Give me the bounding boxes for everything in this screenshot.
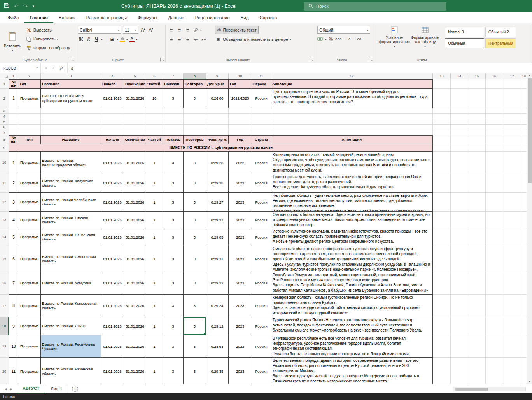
cell-annotation[interactable]: Историко-культурное наследие, развитая и… [271, 228, 433, 246]
column-header-16[interactable]: 16 [486, 73, 503, 79]
cell[interactable] [271, 114, 433, 119]
header-cell[interactable]: Год [229, 135, 252, 144]
cell[interactable] [101, 125, 124, 130]
cell-type[interactable]: Программа [18, 152, 41, 174]
cell[interactable] [206, 114, 229, 119]
cell[interactable] [451, 144, 468, 152]
cell-num[interactable]: 1 [9, 89, 18, 108]
cell-country[interactable]: Россия [252, 246, 271, 272]
cell-country[interactable]: Россия [252, 317, 271, 335]
cell[interactable] [468, 130, 486, 135]
cell[interactable] [9, 130, 18, 135]
cell-year[interactable]: 2022 [229, 335, 252, 358]
header-cell[interactable]: Название [41, 135, 101, 144]
cell-num[interactable]: 2 [9, 174, 18, 193]
cell-title[interactable]: ВМЕСТЕ ПО РОССИИ с субтитрами на русском… [41, 89, 101, 108]
cell[interactable] [521, 119, 527, 125]
cell[interactable] [184, 114, 206, 119]
tab-Вставка[interactable]: Вставка [53, 12, 81, 23]
cell[interactable] [521, 228, 527, 246]
cell-repeats[interactable]: 3 [184, 174, 206, 193]
cell-parts[interactable]: 16 [146, 89, 163, 108]
cell[interactable] [271, 130, 433, 135]
cell-end[interactable]: 31.01.2026 [124, 193, 146, 212]
cell[interactable] [521, 114, 527, 119]
cell[interactable] [433, 228, 451, 246]
cell[interactable] [503, 108, 521, 114]
cell[interactable] [163, 125, 184, 130]
cell-duration[interactable]: 0:29:35 [206, 358, 229, 384]
cell[interactable] [486, 79, 503, 89]
cell[interactable] [252, 119, 271, 125]
column-header-9[interactable]: 9 [206, 73, 229, 79]
cell[interactable] [503, 317, 521, 335]
cell-start[interactable]: 01.01.2026 [101, 335, 124, 358]
cell[interactable] [486, 125, 503, 130]
bold-button[interactable]: Ж [78, 37, 84, 42]
percent-style-button[interactable]: % [329, 37, 333, 42]
cell[interactable] [486, 272, 503, 295]
cell-num[interactable]: 7 [9, 272, 18, 295]
cell-type[interactable]: Программа [18, 228, 41, 246]
cell[interactable] [503, 79, 521, 89]
cell-num[interactable]: 8 [9, 295, 18, 317]
cell-duration[interactable]: 0:29:22 [206, 272, 229, 295]
column-header-13[interactable]: 13 [433, 73, 451, 79]
cell[interactable] [252, 130, 271, 135]
borders-icon[interactable]: ⊞ [109, 37, 116, 42]
cell[interactable] [41, 125, 101, 130]
cell[interactable] [433, 119, 451, 125]
cell-repeats[interactable]: 3 [184, 295, 206, 317]
cell-shows[interactable]: 3 [163, 193, 184, 212]
underline-button[interactable]: Ч [93, 37, 100, 42]
cell[interactable] [503, 125, 521, 130]
cell-start[interactable]: 01.01.2026 [101, 358, 124, 384]
cell-country[interactable]: Россия [252, 152, 271, 174]
cell-end[interactable]: 31.01.2026 [124, 228, 146, 246]
cell-parts[interactable]: 1 [146, 317, 163, 335]
tab-Разметка страницы[interactable]: Разметка страницы [81, 12, 132, 23]
column-header-7[interactable]: 7 [163, 73, 184, 79]
column-header-2[interactable]: 2 [18, 73, 41, 79]
cell[interactable] [468, 119, 486, 125]
cell[interactable] [468, 152, 486, 174]
cell[interactable] [146, 119, 163, 125]
cell[interactable] [433, 130, 451, 135]
cell[interactable] [433, 89, 451, 108]
scroll-up-icon[interactable]: ▲ [528, 74, 531, 77]
cell[interactable] [184, 119, 206, 125]
header-cell[interactable]: Частей [146, 79, 163, 89]
cell-shows[interactable]: 3 [163, 89, 184, 108]
cell[interactable] [451, 135, 468, 144]
cell[interactable] [163, 114, 184, 119]
header-cell[interactable]: Окончание [124, 79, 146, 89]
header-cell[interactable]: Год [229, 79, 252, 89]
cell-num[interactable]: 9 [9, 317, 18, 335]
cell[interactable] [124, 130, 146, 135]
format-as-table-button[interactable]: Форматировать как таблицу ▾ [408, 25, 442, 56]
cell-shows[interactable]: 3 [163, 358, 184, 384]
row-header-11[interactable]: 11 [0, 174, 9, 193]
cell[interactable] [503, 212, 521, 228]
cell[interactable] [486, 246, 503, 272]
cell-start[interactable]: 01.01.2026 [101, 89, 124, 108]
cell[interactable] [229, 125, 252, 130]
cell[interactable] [184, 130, 206, 135]
cell-type[interactable]: Программа [18, 174, 41, 193]
cell[interactable] [451, 228, 468, 246]
header-cell[interactable]: Страна [252, 135, 271, 144]
cell[interactable] [521, 144, 527, 152]
cell-parts[interactable]: 1 [146, 246, 163, 272]
number-format-select[interactable]: Общий ▾ [317, 26, 370, 34]
cell[interactable] [521, 358, 527, 384]
cell[interactable] [433, 335, 451, 358]
cell-start[interactable]: 01.01.2026 [101, 317, 124, 335]
cell-end[interactable]: 31.01.2026 [124, 152, 146, 174]
enter-icon[interactable]: ✓ [52, 65, 55, 70]
cell-title[interactable]: Вместе по России. ЯНАО [41, 317, 101, 335]
cell-annotation[interactable]: Цикл программ о путешествиях по России. … [271, 89, 433, 108]
header-cell[interactable]: Начало [101, 135, 124, 144]
format-painter-button[interactable]: Формат по образцу [24, 44, 72, 52]
cell[interactable] [468, 228, 486, 246]
cell-shows[interactable]: 3 [163, 317, 184, 335]
